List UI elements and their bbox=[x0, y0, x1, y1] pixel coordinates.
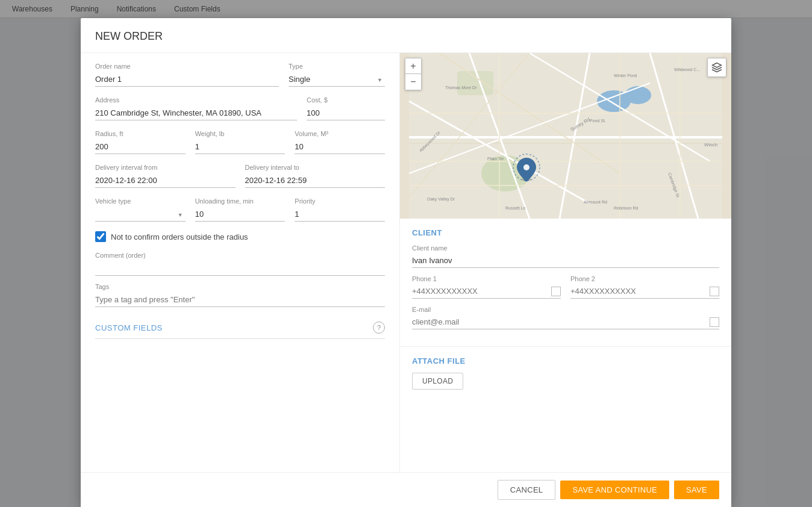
email-input-wrapper bbox=[412, 315, 719, 329]
svg-text:Pond St.: Pond St. bbox=[590, 119, 606, 123]
phone1-input[interactable] bbox=[412, 284, 551, 298]
outside-radius-label: Not to confirm orders outside the radius bbox=[111, 232, 248, 241]
radius-input[interactable] bbox=[95, 140, 186, 154]
phone1-label: Phone 1 bbox=[412, 275, 561, 282]
delivery-to-input[interactable] bbox=[245, 173, 386, 188]
modal-footer: CANCEL SAVE AND CONTINUE SAVE bbox=[81, 472, 731, 507]
modal-body: Order name Type Single Multi Addres bbox=[81, 53, 731, 472]
cost-input[interactable] bbox=[307, 106, 385, 120]
unloading-field: Unloading time, min bbox=[195, 198, 286, 222]
cost-field: Cost, $ bbox=[307, 96, 385, 120]
svg-text:Thomas More Dr: Thomas More Dr bbox=[445, 86, 477, 90]
weight-field: Weight, lb bbox=[195, 130, 286, 154]
map-layers-button[interactable] bbox=[707, 58, 726, 77]
modal-title: NEW ORDER bbox=[81, 18, 731, 53]
map-container: Surrey Rd Thomas More Dr Robinson Rd Cam… bbox=[400, 53, 731, 219]
address-field: Address bbox=[95, 96, 297, 120]
delivery-to-label: Delivery interval to bbox=[245, 164, 386, 171]
attach-section: ATTACH FILE UPLOAD bbox=[400, 347, 731, 399]
svg-point-32 bbox=[523, 164, 529, 170]
svg-text:Wildwood C...: Wildwood C... bbox=[674, 67, 700, 72]
radius-weight-volume-row: Radius, ft Weight, lb Volume, M³ bbox=[95, 130, 385, 154]
order-name-label: Order name bbox=[95, 63, 279, 70]
save-and-continue-button[interactable]: SAVE AND CONTINUE bbox=[560, 481, 669, 499]
client-name-field: Client name bbox=[412, 244, 719, 268]
volume-label: Volume, M³ bbox=[295, 130, 385, 137]
address-cost-row: Address Cost, $ bbox=[95, 96, 385, 120]
type-select[interactable]: Single Multi bbox=[289, 72, 385, 87]
svg-text:Abmount Rd: Abmount Rd bbox=[584, 200, 607, 204]
phone2-label: Phone 2 bbox=[570, 275, 719, 282]
unloading-input[interactable] bbox=[195, 207, 286, 222]
custom-fields-header: CUSTOM FIELDS ? bbox=[95, 322, 385, 339]
order-type-row: Order name Type Single Multi bbox=[95, 63, 385, 87]
tags-label: Tags bbox=[95, 283, 385, 290]
phone-row: Phone 1 Phone 2 bbox=[412, 275, 719, 299]
delivery-to-field: Delivery interval to bbox=[245, 164, 386, 188]
new-order-modal: NEW ORDER Order name Type Single Multi bbox=[81, 18, 731, 507]
email-checkbox[interactable] bbox=[710, 317, 719, 327]
cost-label: Cost, $ bbox=[307, 96, 385, 104]
priority-input[interactable] bbox=[295, 207, 385, 222]
delivery-from-label: Delivery interval from bbox=[95, 164, 236, 171]
left-panel: Order name Type Single Multi Addres bbox=[81, 53, 400, 472]
radius-label: Radius, ft bbox=[95, 130, 186, 137]
unloading-label: Unloading time, min bbox=[195, 198, 286, 205]
zoom-out-button[interactable]: − bbox=[405, 74, 421, 90]
outside-radius-checkbox[interactable] bbox=[95, 231, 106, 242]
tags-input[interactable] bbox=[95, 293, 385, 307]
vehicle-type-select[interactable] bbox=[95, 207, 186, 222]
address-label: Address bbox=[95, 96, 297, 104]
zoom-in-button[interactable]: + bbox=[405, 58, 421, 74]
map-controls: + − bbox=[405, 58, 422, 90]
order-name-field: Order name bbox=[95, 63, 279, 87]
vehicle-type-field: Vehicle type bbox=[95, 198, 186, 222]
svg-text:Robinson Rd: Robinson Rd bbox=[614, 206, 639, 210]
phone2-checkbox[interactable] bbox=[710, 287, 719, 296]
help-icon[interactable]: ? bbox=[373, 322, 385, 334]
comment-input[interactable] bbox=[95, 261, 385, 276]
svg-text:Plato Ter: Plato Ter bbox=[487, 157, 504, 161]
volume-field: Volume, M³ bbox=[295, 130, 385, 154]
svg-text:Winch: Winch bbox=[704, 142, 717, 148]
custom-fields-title: CUSTOM FIELDS bbox=[95, 323, 163, 332]
phone1-field: Phone 1 bbox=[412, 275, 561, 299]
volume-input[interactable] bbox=[295, 140, 385, 154]
email-input[interactable] bbox=[412, 315, 710, 329]
vehicle-unloading-priority-row: Vehicle type Unloading time, min Priorit… bbox=[95, 198, 385, 222]
svg-text:Winter Pond: Winter Pond bbox=[614, 73, 637, 78]
priority-field: Priority bbox=[295, 198, 385, 222]
attach-title: ATTACH FILE bbox=[412, 356, 719, 365]
comment-label: Comment (order) bbox=[95, 252, 385, 259]
delivery-from-input[interactable] bbox=[95, 173, 236, 188]
weight-label: Weight, lb bbox=[195, 130, 286, 137]
outside-radius-row: Not to confirm orders outside the radius bbox=[95, 231, 385, 242]
email-field-row: E-mail bbox=[412, 306, 719, 329]
phone2-input[interactable] bbox=[570, 284, 710, 298]
address-input[interactable] bbox=[95, 106, 297, 120]
cancel-button[interactable]: CANCEL bbox=[498, 480, 556, 500]
phone2-field: Phone 2 bbox=[570, 275, 719, 299]
svg-text:Russett Ln: Russett Ln bbox=[505, 206, 526, 210]
vehicle-type-label: Vehicle type bbox=[95, 198, 186, 205]
map-svg: Surrey Rd Thomas More Dr Robinson Rd Cam… bbox=[400, 53, 731, 219]
client-section: CLIENT Client name Phone 1 Phone 2 bbox=[400, 219, 731, 347]
upload-button[interactable]: UPLOAD bbox=[412, 373, 463, 390]
delivery-from-field: Delivery interval from bbox=[95, 164, 236, 188]
type-label: Type bbox=[289, 63, 385, 70]
vehicle-select-wrapper bbox=[95, 207, 186, 222]
radius-field: Radius, ft bbox=[95, 130, 186, 154]
svg-point-4 bbox=[625, 86, 651, 104]
save-button[interactable]: SAVE bbox=[674, 481, 719, 499]
client-name-input[interactable] bbox=[412, 254, 719, 268]
phone2-input-wrapper bbox=[570, 284, 719, 299]
order-name-input[interactable] bbox=[95, 72, 279, 87]
delivery-interval-row: Delivery interval from Delivery interval… bbox=[95, 164, 385, 188]
phone1-checkbox[interactable] bbox=[551, 287, 561, 296]
weight-input[interactable] bbox=[195, 140, 286, 154]
custom-fields-section: CUSTOM FIELDS ? bbox=[95, 322, 385, 339]
client-name-label: Client name bbox=[412, 244, 719, 252]
right-panel: Surrey Rd Thomas More Dr Robinson Rd Cam… bbox=[400, 53, 731, 472]
svg-rect-2 bbox=[457, 71, 493, 95]
svg-text:Oaky Valley Dr: Oaky Valley Dr bbox=[427, 197, 455, 202]
